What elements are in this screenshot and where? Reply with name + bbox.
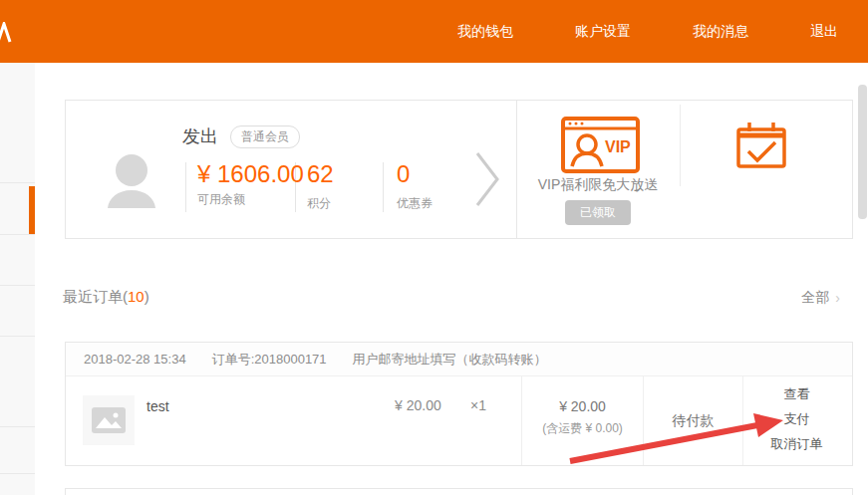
left-sidebar xyxy=(0,63,35,495)
coupons-label: 优惠券 xyxy=(397,195,433,212)
sidebar-divider xyxy=(0,336,35,337)
view-all-orders-link[interactable]: 全部 › xyxy=(801,289,840,307)
next-order-card-partial xyxy=(65,488,853,495)
order-status: 待付款 xyxy=(673,412,715,430)
vip-icon-text: VIP xyxy=(605,138,631,155)
sidebar-divider xyxy=(0,285,35,286)
order-total: ¥ 20.00 xyxy=(522,398,643,414)
nav-item-messages[interactable]: 我的消息 xyxy=(693,23,748,41)
order-row: test ¥ 20.00 ×1 ¥ 20.00 (含运费 ¥ 0.00) 待付款… xyxy=(66,376,852,465)
member-level-badge: 普通会员 xyxy=(230,125,300,148)
header-nav: 我的钱包 账户设置 我的消息 退出 xyxy=(457,0,838,63)
profile-card: 发出 普通会员 ¥ 1606.00 可用余额 62 积分 0 优惠券 xyxy=(65,100,853,239)
sidebar-divider xyxy=(0,182,35,183)
top-header: 我的钱包 账户设置 我的消息 退出 xyxy=(0,0,868,63)
profile-expand-chevron-icon[interactable] xyxy=(474,150,500,208)
order-datetime: 2018-02-28 15:34 xyxy=(84,352,186,367)
cancel-order-link[interactable]: 取消订单 xyxy=(743,437,850,451)
recent-orders-title-text: 最近订单( xyxy=(63,288,128,305)
recent-orders-title: 最近订单(10) xyxy=(63,288,149,307)
user-identity: 发出 普通会员 xyxy=(182,124,300,148)
sidebar-divider xyxy=(0,473,35,474)
order-header: 2018-02-28 15:34 订单号:2018000171 用户邮寄地址填写… xyxy=(66,343,852,376)
vip-promo-title: VIP福利限免大放送 xyxy=(516,176,680,194)
image-placeholder-icon xyxy=(92,407,126,433)
product-name[interactable]: test xyxy=(146,398,169,414)
view-order-link[interactable]: 查看 xyxy=(743,387,850,401)
order-card: 2018-02-28 15:34 订单号:2018000171 用户邮寄地址填写… xyxy=(65,342,853,466)
username: 发出 xyxy=(182,124,218,148)
order-note: 用户邮寄地址填写（收款码转账） xyxy=(353,351,547,369)
order-number: 订单号:2018000171 xyxy=(212,351,327,369)
points-value: 62 xyxy=(307,160,334,188)
nav-item-account-settings[interactable]: 账户设置 xyxy=(575,23,631,41)
shipping-note: (含运费 ¥ 0.00) xyxy=(522,420,643,437)
card-section-divider xyxy=(680,105,681,186)
points-label: 积分 xyxy=(307,195,334,212)
vip-promo-block: VIP VIP福利限免大放送 已领取 xyxy=(516,101,680,238)
recent-orders-title-close: ) xyxy=(145,288,149,305)
balance-value: ¥ 1606.00 xyxy=(197,160,307,188)
points-stat: 62 积分 xyxy=(307,160,334,212)
order-product-cell: test ¥ 20.00 ×1 xyxy=(66,376,521,465)
stat-divider xyxy=(185,162,186,212)
pay-order-link[interactable]: 支付 xyxy=(743,412,850,426)
order-status-cell: 待付款 xyxy=(643,376,742,465)
vertical-scrollbar-thumb[interactable] xyxy=(858,85,867,219)
checkin-calendar-icon[interactable] xyxy=(735,121,787,170)
sidebar-divider xyxy=(0,426,35,427)
avatar xyxy=(103,148,160,208)
balance-stat: ¥ 1606.00 可用余额 xyxy=(197,160,307,208)
recent-orders-count: 10 xyxy=(128,288,145,305)
product-quantity: ×1 xyxy=(470,397,486,413)
account-page: 我的钱包 账户设置 我的消息 退出 发出 普通会员 ¥ 1606.00 可用余额 xyxy=(0,0,868,495)
product-price: ¥ 20.00 xyxy=(395,397,441,413)
sidebar-divider xyxy=(0,234,35,235)
product-thumbnail[interactable] xyxy=(83,395,135,445)
order-total-cell: ¥ 20.00 (含运费 ¥ 0.00) xyxy=(521,376,643,465)
order-actions-cell: 查看 支付 取消订单 xyxy=(742,376,850,465)
coupons-value: 0 xyxy=(397,160,433,188)
balance-label: 可用余额 xyxy=(197,191,307,208)
stat-divider xyxy=(383,162,384,212)
nav-item-logout[interactable]: 退出 xyxy=(810,23,838,41)
site-logo-icon xyxy=(0,22,12,44)
view-all-label: 全部 xyxy=(801,289,829,307)
vip-browser-icon: VIP xyxy=(561,117,640,173)
vip-received-button[interactable]: 已领取 xyxy=(565,200,631,225)
nav-item-wallet[interactable]: 我的钱包 xyxy=(457,23,513,41)
sidebar-active-indicator[interactable] xyxy=(29,186,35,234)
chevron-right-icon: › xyxy=(835,290,840,306)
coupons-stat: 0 优惠券 xyxy=(397,160,433,212)
